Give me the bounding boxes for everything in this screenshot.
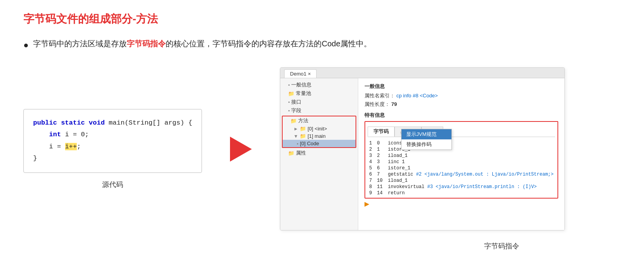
bc-offset-0: 0 (375, 140, 386, 146)
desc-highlight: 字节码指令 (127, 39, 166, 48)
bc-num-5: 5 (368, 165, 375, 171)
folder-icon-init: 📁 (300, 126, 306, 132)
tree-label-code: [0] Code (300, 141, 319, 146)
bc-num-4: 4 (368, 159, 375, 165)
bc-num-1: 1 (368, 140, 375, 146)
tree-label-main: [1] main (308, 133, 326, 139)
context-menu-item-replace[interactable]: 替换操作码 (402, 139, 451, 150)
bc-offset-2: 2 (375, 153, 386, 159)
tree-item-general-info[interactable]: ▪ 一般信息 (280, 81, 358, 89)
description-text: ● 字节码中的方法区域是存放字节码指令的核心位置，字节码指令的内容存放在方法的C… (23, 37, 621, 52)
file-icon-fields: ▪ (288, 108, 290, 113)
keyword-int: int (49, 131, 61, 138)
description-content: 字节码中的方法区域是存放字节码指令的核心位置，字节码指令的内容存放在方法的Cod… (33, 37, 372, 50)
attr-length-label: 属性长度： (364, 101, 390, 107)
tree-item-attributes[interactable]: 📁 属性 (280, 149, 358, 157)
ide-tab-demo1[interactable]: Demo1 × (284, 69, 317, 78)
tree-item-init[interactable]: ► 📁 [0] <init> (283, 125, 356, 132)
bc-ref-getstatic: #2 <java/lang/System.out : Ljava/io/Prin… (416, 172, 554, 177)
file-icon-code: ▪ (297, 141, 298, 146)
tab-bytecode[interactable]: 字节码 (368, 127, 395, 137)
bc-instr-getstatic: getstatic #2 <java/lang/System.out : Lja… (386, 171, 555, 178)
tree-label-attributes: 属性 (296, 150, 306, 157)
info-general-title: 一般信息 (364, 83, 558, 90)
bullet-dot: ● (23, 38, 28, 52)
keyword-public: public (33, 119, 57, 127)
bc-instr-iload2: iload_1 (386, 178, 555, 184)
main-content: public static void main(String[] args) {… (23, 67, 621, 230)
folder-icon-methods: 📁 (290, 118, 297, 124)
tree-item-interface[interactable]: ▪ 接口 (280, 98, 358, 106)
bytecode-row: 1 0 iconst_0 (368, 140, 555, 146)
tree-item-main[interactable]: ▼ 📁 [1] main (283, 132, 356, 140)
tree-item-constant-pool[interactable]: 📁 常量池 (280, 89, 358, 98)
arrow-area (225, 137, 257, 162)
desc-prefix: 字节码中的方法区域是存放 (33, 39, 127, 48)
bc-offset-10: 10 (375, 178, 386, 184)
tree-label-fields: 字段 (291, 107, 301, 114)
source-code-area: public static void main(String[] args) {… (23, 109, 202, 189)
tree-label-general: 一般信息 (291, 81, 311, 88)
code-line-3: i = i++; (33, 141, 192, 153)
tree-item-code[interactable]: ▪ [0] Code (283, 140, 356, 147)
keyword-void: void (89, 119, 105, 127)
context-menu-item-jvm[interactable]: 显示JVM规范 (402, 129, 451, 139)
bc-instr-iinc: iinc 1 (386, 159, 555, 165)
bc-num-2: 2 (368, 146, 375, 153)
arrow-icon-main: ▼ (294, 134, 298, 139)
code-box: public static void main(String[] args) {… (23, 109, 202, 173)
bc-offset-1: 1 (375, 146, 386, 153)
bytecode-row: 2 1 istore_1 (368, 146, 555, 153)
bytecode-row: 4 3 iinc 1 (368, 159, 555, 165)
ide-panel: Demo1 × ▪ 一般信息 📁 常量池 ▪ 接口 (280, 67, 565, 230)
bc-instr-istore2: istore_1 (386, 165, 555, 171)
ide-info-panel: 一般信息 属性名索引： cp info #8 <Code> 属性长度： 79 特… (358, 78, 564, 230)
bytecode-row: 8 11 invokevirtual #3 <java/io/PrintStre… (368, 184, 555, 190)
bytecode-row: 5 6 istore_1 (368, 165, 555, 171)
tree-methods-section: 📁 方法 ► 📁 [0] <init> ▼ 📁 [1] main (282, 116, 356, 148)
bc-offset-6: 6 (375, 165, 386, 171)
folder-icon-main: 📁 (300, 133, 306, 139)
source-label: 源代码 (102, 180, 123, 189)
bc-num-8: 8 (368, 184, 375, 190)
bc-offset-11: 11 (375, 184, 386, 190)
cursor-arrow-icon: ▶ (364, 200, 558, 208)
bytecode-table: 1 0 iconst_0 2 1 istore_1 3 (368, 140, 555, 196)
special-info-title: 特有信息 (364, 112, 558, 119)
desc-suffix: 的核心位置，字节码指令的内容存放在方法的Code属性中。 (166, 39, 372, 48)
bytecode-section: 字节码 异常表 杂项 1 0 iconst_0 (364, 121, 558, 199)
file-icon-general: ▪ (288, 82, 290, 88)
method-name: main(String[] args) { (109, 119, 192, 127)
bc-ref-invokevirtual: #3 <java/io/PrintStream.println : (I)V> (427, 184, 537, 190)
attr-index-label: 属性名索引： (364, 93, 395, 99)
bc-offset-3: 3 (375, 159, 386, 165)
ide-body: ▪ 一般信息 📁 常量池 ▪ 接口 ▪ 字段 (280, 78, 564, 230)
folder-icon-attributes: 📁 (288, 150, 294, 156)
bytecode-row: 7 10 iload_1 (368, 178, 555, 184)
red-arrow (230, 137, 252, 162)
bytecode-row: 3 2 iload_1 (368, 153, 555, 159)
keyword-static: static (61, 119, 85, 127)
folder-icon-constant: 📁 (288, 91, 294, 97)
code-assign: i = (49, 143, 65, 150)
ide-tree: ▪ 一般信息 📁 常量池 ▪ 接口 ▪ 字段 (280, 78, 358, 230)
attr-index-value: cp info #8 <Code> (396, 93, 438, 99)
tree-item-fields[interactable]: ▪ 字段 (280, 106, 358, 115)
arrow-icon-init: ► (294, 126, 298, 132)
bc-num-3: 3 (368, 153, 375, 159)
bytecode-row: 6 7 getstatic #2 <java/lang/System.out :… (368, 171, 555, 178)
code-var-i: i = 0; (65, 131, 89, 138)
tree-label-methods: 方法 (298, 117, 308, 124)
bytecode-row: 9 14 return (368, 190, 555, 196)
code-line-4: } (33, 153, 192, 165)
ide-tab-bar: Demo1 × (280, 68, 564, 78)
tree-item-methods[interactable]: 📁 方法 (283, 116, 356, 125)
code-iincr: i++ (65, 143, 77, 150)
bc-num-7: 7 (368, 178, 375, 184)
bc-offset-7: 7 (375, 171, 386, 178)
bc-instr-iload: iload_1 (386, 153, 555, 159)
tree-label-init: [0] <init> (308, 126, 327, 132)
inner-tabs: 字节码 异常表 杂项 (368, 127, 555, 137)
bc-instr-invokevirtual: invokevirtual #3 <java/io/PrintStream.pr… (386, 184, 555, 190)
tree-label-interface: 接口 (291, 99, 301, 106)
